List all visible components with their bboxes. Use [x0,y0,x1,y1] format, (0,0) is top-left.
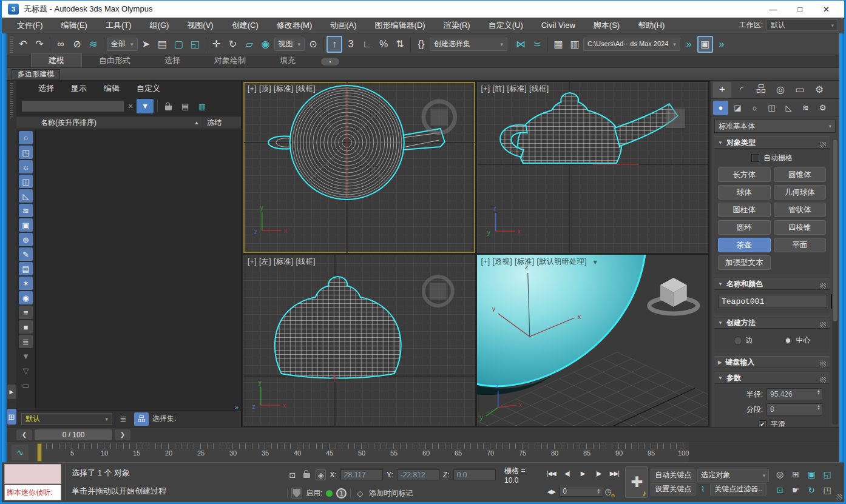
ribbon-overflow-icon[interactable]: ▾ [321,58,339,66]
layer-explorer-toggle-icon[interactable]: ▥ [567,36,583,53]
detail-view-icon[interactable]: ≣ [19,335,33,348]
select-and-move-icon[interactable]: ✛ [209,36,225,53]
menu-item[interactable]: 渲染(R) [435,18,479,33]
project-folder-dropdown[interactable]: C:\Users\Ad⋯ds Max 2024▾ [583,38,680,51]
select-and-scale-icon[interactable]: ▱ [242,36,257,53]
pyramid-button[interactable]: 四棱锥 [774,220,827,235]
menu-item[interactable]: 自定义(U) [479,18,532,33]
toolbar-separator[interactable] [206,37,206,52]
spacewarps-category-icon[interactable]: ≋ [798,101,813,115]
named-selection-sets-dropdown[interactable]: 创建选择集▾ [430,38,507,51]
bind-to-spacewarp-icon[interactable]: ≋ [86,36,101,53]
mirror-icon[interactable]: ⋈ [513,36,529,53]
y-coordinate-field[interactable]: -22.812 [397,469,439,480]
zoom-region-icon[interactable]: ⊡ [773,483,787,497]
teapot-button[interactable]: 茶壶 [718,238,771,252]
next-frame-button[interactable]: |▶ [591,468,606,479]
zoom-extents-icon[interactable]: ▣ [804,467,819,482]
previous-frame-arrow[interactable]: ❮ [16,429,32,440]
next-frame-arrow[interactable]: ❯ [115,429,130,440]
undo-icon[interactable]: ↶ [15,36,31,53]
plane-button[interactable]: 平面 [774,238,827,252]
filter-funnel-icon[interactable]: ▽ [19,364,33,377]
viewport-front[interactable]: [+] [前] [标准] [线框] [477,82,709,253]
time-slider-marker[interactable] [37,443,42,462]
display-shapes-icon[interactable]: ◳ [19,146,33,159]
menu-item[interactable]: 视图(V) [178,18,222,33]
spinner-arrows-icon[interactable]: ▲▼ [817,389,821,396]
time-configuration-icon[interactable]: ◷ [604,487,611,496]
key-selection-dropdown[interactable]: 选定对象 ▾ [697,469,769,482]
frozen-column-header[interactable]: 冻结 [203,118,241,128]
name-color-rollout-header[interactable]: ▼ 名称和颜色 ⠿ [714,278,830,290]
display-lights-icon[interactable]: ☼ [19,160,33,173]
maximize-button[interactable]: □ [797,5,802,14]
viewport-filter-icon[interactable]: ▼ [592,258,598,266]
modify-tab-icon[interactable]: ◜ [733,82,751,98]
display-xrefs-icon[interactable]: ⊕ [19,233,33,246]
container-outline-icon[interactable]: ▭ [19,378,33,392]
select-and-rotate-icon[interactable]: ↻ [225,36,241,53]
frame-nudge-icon[interactable]: ◀▶ [544,486,558,497]
explorer-menu-item[interactable]: 选择 [31,83,61,94]
motion-tab-icon[interactable]: ◎ [771,82,790,98]
menu-item[interactable]: 文件(F) [8,18,52,33]
ribbon-tab-freeform[interactable]: 自由形式 [82,54,147,67]
explorer-drag-handle[interactable] [10,82,13,118]
radius-spinner[interactable]: 95.426 ▲▼ [766,388,822,400]
display-hierarchy-icon[interactable]: ▥ [195,100,209,112]
scene-explorer-toggle-icon[interactable]: ▦ [550,36,566,53]
add-time-tag-label[interactable]: 添加时间标记 [369,488,413,499]
shapes-category-icon[interactable]: ◪ [730,101,745,115]
ribbon-tab-object-paint[interactable]: 对象绘制 [197,54,263,67]
menu-item[interactable]: 动画(A) [321,18,365,33]
explorer-menu-item[interactable]: 自定义 [129,83,168,94]
object-type-rollout-header[interactable]: ▼ 对象类型 ⠿ [714,136,830,149]
systems-category-icon[interactable]: ⚙ [815,101,830,115]
box-button[interactable]: 长方体 [718,167,771,182]
toolbar-separator[interactable] [104,37,104,52]
display-tab-icon[interactable]: ▭ [791,82,809,98]
orbit-icon[interactable]: ↻ [804,483,819,497]
segments-spinner[interactable]: 8 ▲▼ [766,403,822,415]
mini-curve-editor-icon[interactable]: ∿ [12,445,29,460]
cylinder-button[interactable]: 圆柱体 [718,203,771,217]
create-tab-icon[interactable]: ＋ [713,82,731,98]
lights-category-icon[interactable]: ☼ [747,101,762,115]
current-frame-field[interactable]: 0 ▲▼ [560,486,603,497]
toolbar-separator[interactable] [50,37,50,52]
search-filter-button[interactable]: ▼ [137,99,154,113]
menu-item[interactable]: 编辑(E) [52,18,96,33]
render-setup-icon[interactable]: ▣ [697,36,713,53]
viewport-left-label[interactable]: [+] [左] [标准] [线框] [248,257,316,267]
unlink-selection-icon[interactable]: ⊘ [69,36,85,53]
display-cameras-icon[interactable]: ◫ [19,175,33,188]
smooth-checkbox[interactable]: ✔ [759,420,766,427]
frame-counter[interactable]: 0 / 100 [35,429,112,440]
explorer-preset-dropdown[interactable]: 默认 ▾ [21,413,112,425]
rect-selection-region-icon[interactable]: ▢ [171,36,187,53]
edge-radio[interactable] [734,337,742,345]
select-and-place-icon[interactable]: ◉ [258,36,274,53]
toolbar-separator[interactable] [410,37,411,52]
go-to-end-button[interactable]: ▶▶| [607,468,621,479]
creation-method-rollout-header[interactable]: ▼ 创建方法 ⠿ [714,317,830,329]
maximize-viewport-icon[interactable]: ◳ [820,483,834,497]
blank-view-icon[interactable]: ■ [19,320,33,334]
select-and-link-icon[interactable]: ∞ [53,36,69,53]
maxscript-mini-listener[interactable]: 脚本迷你侦听: [4,485,61,500]
resize-grip[interactable] [836,494,842,500]
explorer-menu-item[interactable]: 编辑 [96,83,127,94]
menu-item[interactable]: 脚本(S) [584,18,629,33]
toolbar-separator[interactable] [510,37,510,52]
clear-search-icon[interactable]: × [128,101,133,111]
viewport-perspective-label[interactable]: [+] [透视] [标准] [默认明暗处理] ▼ [481,257,599,267]
go-to-start-button[interactable]: |◀◀ [544,468,558,479]
select-object-icon[interactable]: ➤ [138,36,154,53]
previous-frame-button[interactable]: ◀| [560,468,574,479]
autogrid-checkbox[interactable] [751,154,759,162]
align-icon[interactable]: ≍ [529,36,545,53]
display-helpers-icon[interactable]: ◺ [19,189,33,203]
explorer-overflow-icon[interactable]: » [235,403,239,411]
workspace-dropdown[interactable]: 默认 ▾ [766,19,838,31]
